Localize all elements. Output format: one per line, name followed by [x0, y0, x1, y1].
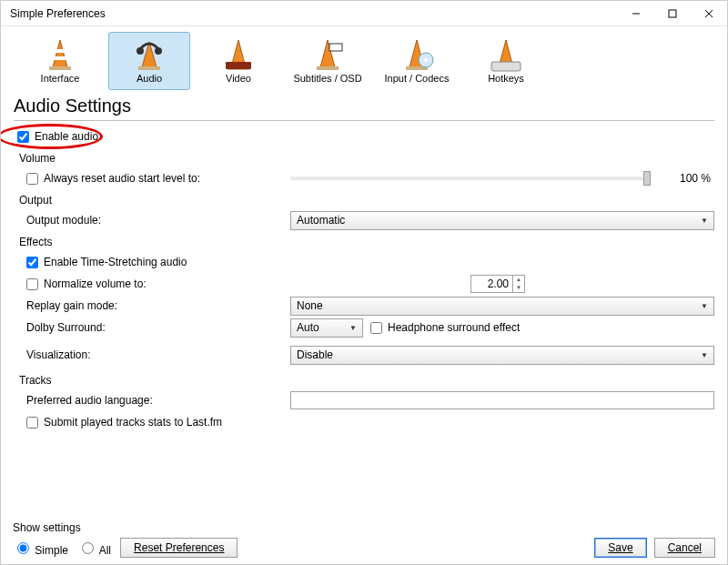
normalize-spinbox[interactable]: ▲▼	[470, 275, 534, 293]
svg-point-21	[424, 58, 428, 62]
chevron-down-icon: ▼	[701, 351, 708, 359]
cone-keyboard-icon	[488, 36, 524, 73]
show-settings-label: Show settings	[13, 521, 238, 534]
cone-headphones-icon	[131, 36, 167, 73]
category-label: Subtitles / OSD	[293, 73, 361, 84]
lastfm-input[interactable]	[26, 417, 38, 429]
normalize-label: Normalize volume to:	[44, 277, 147, 290]
headphone-label: Headphone surround effect	[388, 321, 520, 334]
cone-sign-icon	[309, 36, 346, 73]
save-button[interactable]: Save	[594, 538, 646, 558]
svg-rect-5	[49, 66, 71, 70]
enable-audio-input[interactable]	[17, 131, 29, 143]
svg-rect-24	[491, 62, 521, 71]
enable-audio-checkbox[interactable]: Enable audio	[17, 130, 281, 143]
visualization-value: Disable	[297, 348, 333, 361]
section-tracks: Tracks	[19, 374, 714, 387]
lastfm-checkbox[interactable]: Submit played tracks stats to Last.fm	[26, 416, 222, 429]
category-label: Input / Codecs	[385, 73, 450, 84]
titlebar: Simple Preferences	[1, 1, 727, 26]
time-stretch-label: Enable Time-Stretching audio	[44, 256, 187, 268]
show-all-radio[interactable]: All	[77, 540, 111, 557]
divider	[14, 120, 714, 121]
volume-percent: 100 %	[669, 172, 714, 185]
reset-level-label: Always reset audio start level to:	[44, 172, 200, 185]
section-output: Output	[19, 194, 714, 207]
replay-gain-label: Replay gain mode:	[26, 299, 117, 312]
maximize-button[interactable]	[654, 1, 691, 26]
lastfm-label: Submit played tracks stats to Last.fm	[44, 416, 222, 429]
replay-gain-value: None	[297, 299, 323, 312]
svg-marker-4	[53, 40, 67, 67]
category-video[interactable]: Video	[197, 32, 279, 90]
chevron-down-icon: ▼	[701, 302, 708, 310]
svg-rect-17	[329, 44, 342, 51]
category-label: Interface	[41, 73, 80, 84]
chevron-down-icon: ▼	[349, 324, 357, 332]
slider-thumb[interactable]	[643, 171, 651, 186]
category-audio[interactable]: Audio	[108, 32, 190, 90]
visualization-label: Visualization:	[26, 348, 91, 361]
normalize-input[interactable]	[26, 278, 38, 290]
minimize-button[interactable]	[618, 1, 654, 26]
time-stretch-checkbox[interactable]: Enable Time-Stretching audio	[26, 256, 290, 268]
show-simple-radio[interactable]: Simple	[13, 540, 68, 557]
reset-level-input[interactable]	[26, 173, 38, 185]
svg-rect-9	[138, 66, 160, 70]
svg-rect-1	[669, 10, 676, 17]
svg-rect-16	[317, 66, 339, 70]
footer: Show settings Simple All Reset Preferenc…	[13, 521, 715, 558]
section-effects: Effects	[19, 236, 714, 248]
window-controls	[618, 1, 727, 26]
spin-buttons[interactable]: ▲▼	[512, 275, 525, 293]
category-subtitles[interactable]: Subtitles / OSD	[287, 32, 369, 90]
dolby-value: Auto	[297, 321, 319, 334]
category-input-codecs[interactable]: Input / Codecs	[376, 32, 458, 90]
category-label: Audio	[136, 73, 162, 84]
replay-gain-select[interactable]: None ▼	[290, 297, 714, 316]
svg-point-10	[136, 47, 144, 55]
cone-icon	[42, 36, 78, 73]
normalize-checkbox[interactable]: Normalize volume to:	[26, 277, 290, 290]
output-module-value: Automatic	[297, 214, 345, 227]
cancel-button[interactable]: Cancel	[654, 538, 715, 558]
visualization-select[interactable]: Disable ▼	[290, 346, 714, 365]
output-module-select[interactable]: Automatic ▼	[290, 211, 714, 230]
time-stretch-input[interactable]	[26, 257, 38, 268]
svg-point-11	[155, 47, 162, 55]
category-toolbar: Interface Audio Video Subtitles / OSD In…	[1, 26, 727, 90]
category-label: Video	[226, 73, 251, 84]
svg-rect-14	[226, 62, 251, 69]
category-interface[interactable]: Interface	[19, 32, 101, 90]
reset-preferences-button[interactable]: Reset Preferences	[120, 538, 238, 558]
headphone-checkbox[interactable]: Headphone surround effect	[370, 321, 520, 334]
volume-slider[interactable]	[290, 177, 651, 180]
close-button[interactable]	[691, 1, 727, 26]
pref-lang-label: Preferred audio language:	[26, 394, 153, 407]
pref-lang-input[interactable]	[290, 391, 714, 409]
enable-audio-label: Enable audio	[35, 130, 98, 143]
normalize-value[interactable]	[470, 275, 512, 293]
output-module-label: Output module:	[26, 214, 101, 227]
reset-level-checkbox[interactable]: Always reset audio start level to:	[26, 172, 290, 185]
category-hotkeys[interactable]: Hotkeys	[465, 32, 547, 90]
svg-rect-6	[56, 49, 65, 53]
dolby-select[interactable]: Auto ▼	[290, 318, 363, 338]
page-title: Audio Settings	[1, 90, 727, 118]
window-title: Simple Preferences	[10, 7, 106, 20]
section-volume: Volume	[19, 152, 714, 165]
dolby-label: Dolby Surround:	[26, 321, 106, 334]
chevron-down-icon: ▼	[701, 217, 708, 225]
cone-film-icon	[220, 36, 257, 73]
category-label: Hotkeys	[488, 73, 524, 84]
svg-rect-7	[54, 56, 66, 60]
cone-disc-icon	[399, 36, 435, 73]
headphone-input[interactable]	[370, 322, 382, 334]
